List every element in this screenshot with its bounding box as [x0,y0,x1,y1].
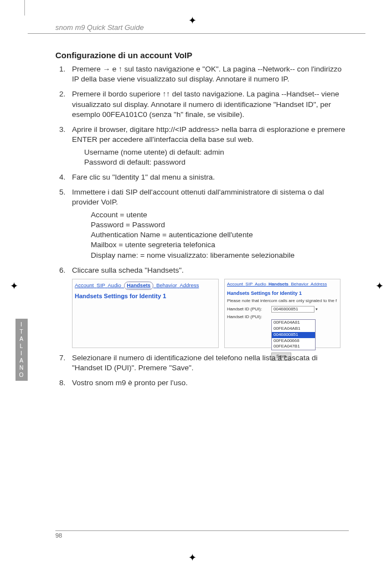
sip-field-mappings: Account = utente Password = Password Aut… [91,210,349,261]
screenshot-dropdown-view: Account SIP Audio Handsets Behavior Addr… [224,279,341,348]
language-side-tab: I T A L I A N O [16,319,28,381]
list-item: Selezionare il numero di identificazione… [68,353,349,373]
registration-mark-icon: ✦ [10,280,18,292]
handset-id-select: 0046800851 [271,306,314,313]
handset-id-dropdown: 00FEA04A81 00FEA04AB1 0046800851 00FEA00… [271,319,316,350]
tab-handsets: Handsets [124,282,153,290]
document-title: snom m9 Quick Start Guide [55,23,144,32]
list-item: Aprire il browser, digitare http://<IP a… [68,125,349,167]
default-credentials: Username (nome utente) di default: admin… [84,147,349,167]
page-number: 98 [55,532,62,539]
tab-audio: Audio [108,282,121,288]
screenshot-tabs-view: Account SIP Audio Handsets Behavior Addr… [72,279,219,348]
crop-mark [24,0,25,16]
chevron-down-icon: ▾ [316,307,318,311]
list-item: Premere → e ↑ sul tasto navigazione e "O… [68,64,349,84]
list-item: Premere il bordo superiore ↑↑ del tasto … [68,89,349,120]
page-footer: 98 [55,530,349,539]
tab-address: Address [179,282,199,288]
list-item: Cliccare sulla scheda "Handsets". Accoun… [68,265,349,348]
tab-behavior: Behavior [156,282,177,288]
registration-mark-icon: ✦ [188,551,197,564]
page-header: snom m9 Quick Start Guide [28,22,365,34]
registration-mark-icon: ✦ [375,280,384,292]
section-heading: Configurazione di un account VoIP [55,50,349,60]
instruction-list: Premere → e ↑ sul tasto navigazione e "O… [55,64,349,389]
field-label: Handset ID (PUI): [227,307,271,313]
list-item: Immettere i dati SIP dell'account ottenu… [68,187,349,261]
list-item: Vostro snom m9 è pronto per l'uso. [68,378,349,388]
screenshot-title: Handsets Settings for Identity 1 [75,292,216,300]
list-item: Fare clic su "Identity 1" dal menu a sin… [68,172,349,182]
tab-sip: SIP [97,282,105,288]
tab-account: Account [75,282,94,288]
